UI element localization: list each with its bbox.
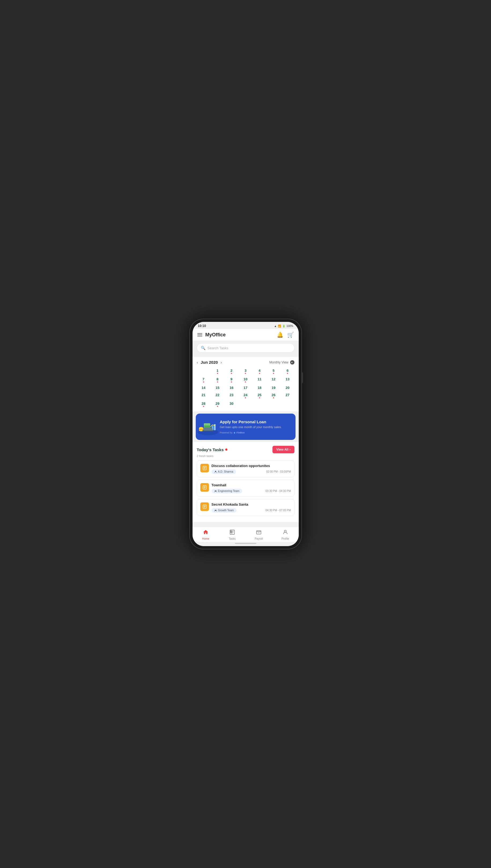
calendar-grid: 1234567891011121314151617181920212223242… xyxy=(197,367,294,408)
nav-item-tasks[interactable]: Tasks xyxy=(219,529,246,540)
scroll-content: ‹ Jun 2020 › Monthly View 12345678910111… xyxy=(193,355,299,527)
task-name: Secret Khokada Santa xyxy=(211,502,291,507)
calendar-day[interactable]: 15 xyxy=(211,384,224,391)
calendar-day[interactable]: 29 xyxy=(211,400,224,408)
loan-banner[interactable]: Apply for Personal Loan Get loan upto on… xyxy=(196,414,295,440)
calendar-day[interactable]: 7 xyxy=(197,376,210,384)
task-card[interactable]: Secret Khokada Santa Growth Team 04:30 P… xyxy=(197,499,294,516)
svg-rect-35 xyxy=(231,532,232,533)
task-info: Townhall Engineering Team 03:30 PM - 04:… xyxy=(211,483,291,493)
search-box[interactable]: 🔍 Search Tasks xyxy=(197,343,294,352)
calendar-day[interactable]: 14 xyxy=(197,384,210,391)
calendar-day[interactable]: 24 xyxy=(239,392,252,400)
svg-point-38 xyxy=(284,530,286,532)
calendar-day[interactable]: 16 xyxy=(225,384,238,391)
header-right: 🔔 🛒 xyxy=(277,331,294,338)
tasks-subtitle: 2 fresh tasks xyxy=(197,454,294,458)
task-meta: A.D. Sharma 02:00 PM - 03:00PM xyxy=(211,469,291,474)
search-icon: 🔍 xyxy=(201,346,205,350)
task-name: Townhall xyxy=(211,483,291,487)
tasks-notification-dot xyxy=(225,449,227,451)
task-meta: Engineering Team 03:30 PM - 04:30 PM xyxy=(211,489,291,493)
task-tag: A.D. Sharma xyxy=(211,469,236,474)
svg-rect-12 xyxy=(203,428,212,430)
task-meta: Growth Team 04:30 PM - 07:05 PM xyxy=(211,508,291,513)
search-container: 🔍 Search Tasks xyxy=(193,341,299,355)
task-info: Secret Khokada Santa Growth Team 04:30 P… xyxy=(211,502,291,513)
task-card[interactable]: Townhall Engineering Team 03:30 PM - 04:… xyxy=(197,480,294,497)
notification-icon[interactable]: 🔔 xyxy=(277,331,284,338)
nav-item-profile[interactable]: Profile xyxy=(272,529,299,540)
hamburger-menu-icon[interactable] xyxy=(197,333,202,336)
task-card[interactable]: Discuss collaboration opportunites A.D. … xyxy=(197,460,294,478)
calendar-day[interactable]: 11 xyxy=(253,376,266,384)
svg-point-6 xyxy=(199,427,203,429)
calendar-day[interactable]: 9 xyxy=(225,376,238,384)
battery-icon: 🔋 xyxy=(282,324,285,327)
calendar-day[interactable]: 8 xyxy=(211,376,224,384)
home-nav-icon xyxy=(203,529,209,537)
calendar-day[interactable]: 19 xyxy=(267,384,280,391)
next-month-arrow[interactable]: › xyxy=(221,360,222,365)
chevron-right-icon: › xyxy=(290,448,291,452)
calendar-day[interactable]: 3 xyxy=(239,367,252,375)
task-tag-label: A.D. Sharma xyxy=(218,470,233,473)
battery-percent: 100% xyxy=(286,324,293,327)
calendar-day[interactable]: 18 xyxy=(253,384,266,391)
cart-icon[interactable]: 🛒 xyxy=(287,331,294,338)
app-header: MyOffice 🔔 🛒 xyxy=(193,329,299,341)
calendar-day[interactable]: 27 xyxy=(281,392,294,400)
calendar-day[interactable]: 2 xyxy=(225,367,238,375)
nav-item-payroll[interactable]: ₹Payroll xyxy=(246,529,272,540)
header-left: MyOffice xyxy=(197,332,226,338)
calendar-day[interactable]: 26 xyxy=(267,392,280,400)
loan-text-block: Apply for Personal Loan Get loan upto on… xyxy=(220,419,292,434)
prev-month-arrow[interactable]: ‹ xyxy=(197,360,198,365)
calendar-day[interactable]: 22 xyxy=(211,392,224,400)
view-mode-icon xyxy=(290,360,294,365)
task-type-icon xyxy=(200,502,209,511)
calendar-day[interactable]: 20 xyxy=(281,384,294,391)
calendar-day[interactable]: 25 xyxy=(253,392,266,400)
nav-item-home[interactable]: Home xyxy=(193,529,219,540)
svg-point-22 xyxy=(214,490,215,491)
calendar-day[interactable]: 23 xyxy=(225,392,238,400)
calendar-day[interactable]: 1 xyxy=(211,367,224,375)
calendar-day[interactable]: 4 xyxy=(253,367,266,375)
bottom-nav: HomeTasks₹PayrollProfile xyxy=(193,527,299,542)
nav-label-home: Home xyxy=(202,537,209,540)
calendar-day[interactable]: 28 xyxy=(197,400,210,408)
tasks-section: Today's Tasks View All › 2 fresh tasks xyxy=(193,442,299,522)
loan-title: Apply for Personal Loan xyxy=(220,419,292,424)
svg-rect-3 xyxy=(204,423,210,425)
profile-nav-icon xyxy=(282,529,288,537)
calendar-day[interactable]: 30 xyxy=(225,400,238,408)
svg-rect-9 xyxy=(214,424,215,430)
calendar-day[interactable]: 6 xyxy=(281,367,294,375)
task-time: 04:30 PM - 07:05 PM xyxy=(265,509,291,512)
task-info: Discuss collaboration opportunites A.D. … xyxy=(211,464,291,474)
calendar-day[interactable]: 13 xyxy=(281,376,294,384)
view-all-button[interactable]: View All › xyxy=(272,446,294,453)
svg-point-28 xyxy=(214,510,215,511)
calendar-section: ‹ Jun 2020 › Monthly View 12345678910111… xyxy=(193,357,299,411)
nav-label-profile: Profile xyxy=(282,537,289,540)
calendar-header: ‹ Jun 2020 › Monthly View xyxy=(197,360,294,365)
calendar-day[interactable]: 12 xyxy=(267,376,280,384)
task-name: Discuss collaboration opportunites xyxy=(211,464,291,468)
tasks-header: Today's Tasks View All › xyxy=(197,446,294,453)
calendar-day[interactable]: 21 xyxy=(197,392,210,400)
monthly-view-button[interactable]: Monthly View xyxy=(269,360,294,365)
task-list: Discuss collaboration opportunites A.D. … xyxy=(197,460,294,516)
calendar-day[interactable]: 5 xyxy=(267,367,280,375)
calendar-nav: ‹ Jun 2020 › xyxy=(197,360,222,365)
calendar-day[interactable]: 17 xyxy=(239,384,252,391)
task-tag: Growth Team xyxy=(211,508,236,513)
calendar-day[interactable]: 10 xyxy=(239,376,252,384)
task-type-icon xyxy=(200,483,209,492)
svg-point-23 xyxy=(215,490,216,491)
search-input[interactable]: Search Tasks xyxy=(207,346,229,350)
loan-powered-by: Powered by ◆ FinBox xyxy=(220,431,292,434)
calendar-month-title: Jun 2020 xyxy=(201,360,218,365)
monthly-view-label: Monthly View xyxy=(269,360,288,364)
